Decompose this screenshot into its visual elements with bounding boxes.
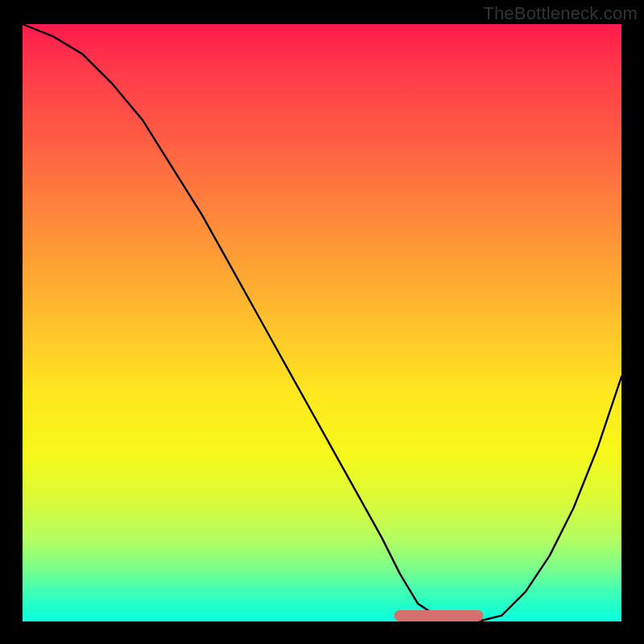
- chart-frame: TheBottleneck.com: [0, 0, 644, 644]
- plot-area: [23, 24, 621, 621]
- watermark-text: TheBottleneck.com: [483, 3, 638, 24]
- bottleneck-curve-path: [23, 24, 621, 621]
- curve-svg: [23, 24, 621, 621]
